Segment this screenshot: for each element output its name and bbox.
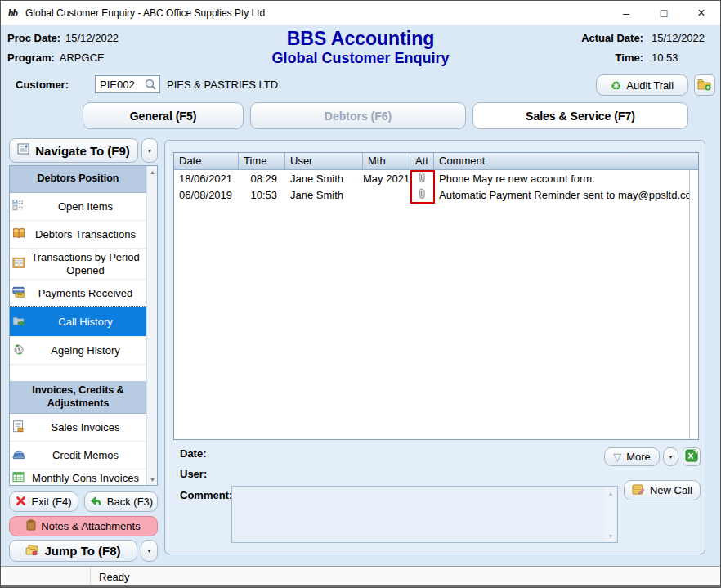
ageing-clock-icon (12, 343, 25, 358)
sidebar-item-open-items[interactable]: Open Items (10, 193, 146, 221)
column-header-mth[interactable]: Mth (363, 153, 410, 169)
table-row[interactable]: 06/08/2019 10:53 Jane Smith Automatic Pa… (174, 186, 698, 203)
tab-debtors[interactable]: Debtors (F6) (250, 102, 466, 129)
column-header-att[interactable]: Att (410, 153, 434, 169)
comment-textarea[interactable]: ▲ ▼ (231, 486, 618, 543)
actual-date-row: Actual Date: 15/12/2022 (581, 32, 714, 44)
column-header-comment[interactable]: Comment (434, 153, 698, 169)
navigate-dropdown-button[interactable]: ▼ (141, 138, 158, 163)
more-button[interactable]: ▽ More (604, 447, 660, 466)
cell-att[interactable] (410, 171, 434, 186)
time-row: Time: 10:53 (616, 52, 714, 64)
tab-sales-service[interactable]: Sales & Service (F7) (472, 102, 688, 129)
note-pencil-icon (632, 483, 645, 498)
cell-user[interactable]: Jane Smith (285, 189, 363, 201)
tab-general-label: General (F5) (130, 110, 197, 123)
notes-attachments-button[interactable]: Notes & Attachments (9, 516, 158, 536)
paperclip-icon[interactable] (419, 187, 426, 202)
new-call-button[interactable]: New Call (624, 480, 701, 500)
column-header-time[interactable]: Time (239, 153, 285, 169)
table-scrollbar-track[interactable] (689, 170, 698, 439)
chevron-down-icon: ▼ (668, 454, 674, 460)
minimize-button[interactable]: – (607, 1, 645, 25)
paperclip-icon[interactable] (419, 171, 426, 186)
sidebar-item-credit-memos[interactable]: Credit Memos (10, 442, 146, 469)
exit-label: Exit (F4) (31, 496, 71, 508)
notes-attachments-label: Notes & Attachments (41, 520, 140, 532)
textarea-scrollbar[interactable]: ▲ ▼ (605, 487, 616, 541)
chevron-down-outline-icon: ▽ (613, 451, 621, 462)
status-bar: Ready (1, 566, 720, 586)
sidebar-item-call-history[interactable]: Call History (10, 307, 146, 337)
invoice-icon (12, 420, 25, 435)
sidebar-item-ageing-history[interactable]: Ageing History (10, 337, 146, 365)
table-row[interactable]: 18/06/2021 08:29 Jane Smith May 2021 Pho… (174, 170, 698, 186)
customer-code-input[interactable]: PIE002 (95, 75, 160, 93)
sidebar-item-sales-invoices[interactable]: Sales Invoices (10, 414, 146, 442)
cell-comment[interactable]: Automatic Payment Reminder sent to may@p… (434, 189, 698, 201)
audit-trail-button[interactable]: ♻ Audit Trail (596, 74, 688, 96)
more-label: More (626, 451, 651, 463)
navigate-to-button[interactable]: Navigate To (F9) (9, 138, 138, 163)
add-folder-button[interactable] (694, 74, 715, 96)
column-header-date[interactable]: Date (174, 153, 239, 169)
jump-to-dropdown-button[interactable]: ▼ (141, 540, 158, 562)
cell-comment[interactable]: Phone May re new account form. (434, 173, 698, 185)
customer-label: Customer: (16, 79, 69, 91)
sidebar-item-label: Payments Received (38, 287, 133, 300)
clipboard-icon (26, 519, 36, 533)
customer-name: PIES & PASTRIES LTD (167, 79, 278, 91)
scroll-down-icon[interactable]: ▼ (147, 474, 158, 485)
cell-att[interactable] (410, 187, 434, 202)
tab-general[interactable]: General (F5) (83, 102, 244, 129)
chevron-down-icon: ▼ (147, 148, 153, 154)
back-button[interactable]: Back (F3) (84, 491, 158, 512)
status-text: Ready (99, 571, 130, 583)
customer-code-value: PIE002 (100, 79, 135, 91)
navigate-icon (17, 143, 30, 158)
jump-to-label: Jump To (F8) (44, 544, 120, 558)
sidebar-item-label: Ageing History (51, 344, 120, 357)
exit-x-icon (16, 496, 26, 509)
cell-date[interactable]: 18/06/2021 (174, 173, 239, 185)
table-header-row: Date Time User Mth Att Comment (174, 153, 698, 170)
cell-time[interactable]: 08:29 (239, 173, 285, 185)
window-bottom-edge (1, 585, 720, 587)
cell-time[interactable]: 10:53 (239, 189, 285, 201)
cell-user[interactable]: Jane Smith (285, 173, 363, 185)
back-arrow-icon (89, 496, 102, 509)
cell-date[interactable]: 06/08/2019 (174, 189, 239, 201)
detail-user-label: User: (180, 468, 207, 480)
jump-to-button[interactable]: Jump To (F8) (9, 540, 137, 562)
back-label: Back (F3) (107, 496, 153, 508)
cell-mth[interactable]: May 2021 (363, 173, 410, 185)
more-dropdown-button[interactable]: ▼ (663, 447, 678, 466)
sidebar-item-label: Monthly Cons Invoices (32, 472, 139, 485)
scroll-up-icon[interactable]: ▲ (605, 487, 616, 499)
sidebar-item-label: Sales Invoices (52, 421, 120, 434)
export-excel-button[interactable] (683, 447, 701, 466)
call-history-icon (12, 315, 25, 330)
sidebar-item-transactions-by-period[interactable]: Transactions by Period Opened (10, 249, 146, 280)
sidebar-item-payments-received[interactable]: Payments Received (10, 280, 146, 307)
scroll-down-icon[interactable]: ▼ (605, 530, 616, 541)
tab-sales-service-label: Sales & Service (F7) (526, 110, 635, 123)
detail-comment-label: Comment: (180, 489, 232, 501)
credit-memo-icon (12, 448, 25, 462)
sidebar-item-debtors-transactions[interactable]: Debtors Transactions (10, 221, 146, 249)
exit-button[interactable]: Exit (F4) (9, 491, 78, 512)
sidebar-group-invoices: Invoices, Credits & Adjustments (10, 381, 146, 414)
search-icon[interactable] (144, 78, 158, 94)
sidebar-gap (10, 365, 146, 381)
folder-add-icon (697, 78, 712, 93)
scroll-up-icon[interactable]: ▲ (147, 166, 158, 177)
maximize-button[interactable]: □ (645, 1, 683, 25)
sidebar-scrollbar[interactable]: ▲ ▼ (146, 166, 157, 485)
sidebar-item-monthly-cons-invoices[interactable]: Monthly Cons Invoices (10, 469, 146, 485)
detail-date-label: Date: (180, 447, 207, 460)
sidebar-item-label: Call History (58, 316, 112, 329)
column-header-user[interactable]: User (285, 153, 363, 169)
close-button[interactable]: × (683, 1, 720, 25)
title-bar: bb Global Customer Enquiry - ABC Office … (1, 1, 720, 25)
payments-icon (12, 286, 25, 301)
